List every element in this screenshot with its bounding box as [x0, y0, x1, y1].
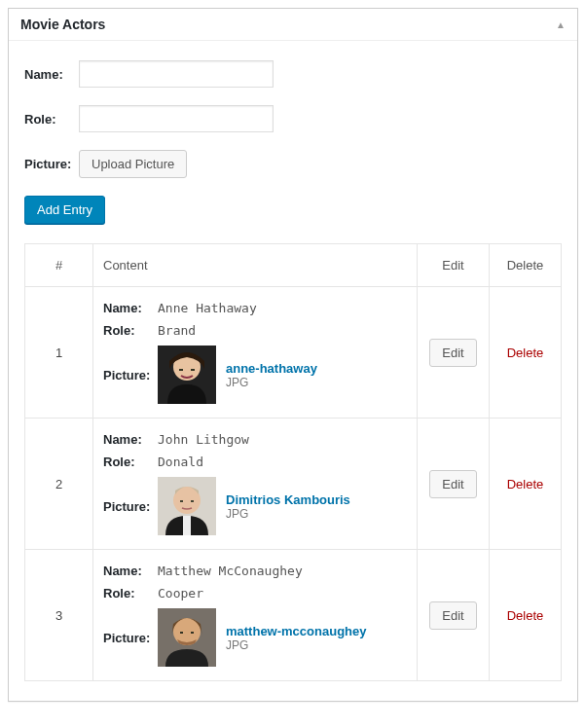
svg-rect-12 — [191, 632, 194, 634]
delete-link[interactable]: Delete — [507, 346, 544, 360]
row-num: 1 — [25, 287, 93, 419]
actor-thumbnail[interactable] — [158, 477, 216, 535]
cell-name-value: Matthew McConaughey — [158, 564, 303, 578]
movie-actors-panel: Movie Actors ▲ Name: Role: Picture: Uplo… — [8, 8, 578, 702]
delete-link[interactable]: Delete — [507, 608, 544, 623]
cell-role-label: Role: — [103, 323, 158, 338]
row-edit-cell: Edit — [418, 550, 490, 681]
row-num: 2 — [25, 419, 93, 550]
row-num: 3 — [25, 550, 93, 681]
table-row: 2 Name: John Lithgow Role: Donald Pictur… — [25, 419, 562, 550]
svg-rect-3 — [191, 369, 195, 371]
row-delete-cell: Delete — [490, 419, 562, 550]
name-label: Name: — [24, 67, 79, 82]
picture-link[interactable]: anne-hathaway — [226, 361, 317, 376]
cell-role-label: Role: — [103, 455, 158, 469]
form-row-picture: Picture: Upload Picture — [24, 150, 562, 178]
form-row-name: Name: — [24, 60, 562, 88]
picture-label: Picture: — [24, 157, 79, 171]
picture-block: anne-hathaway JPG — [158, 346, 317, 404]
row-edit-cell: Edit — [418, 287, 490, 419]
svg-rect-8 — [183, 516, 191, 535]
picture-block: Dimitrios Kambouris JPG — [158, 477, 350, 535]
actor-thumbnail[interactable] — [158, 346, 216, 404]
edit-button[interactable]: Edit — [429, 470, 476, 498]
col-header-edit: Edit — [418, 244, 490, 287]
col-header-num: # — [25, 244, 93, 287]
cell-name-label: Name: — [103, 432, 158, 447]
col-header-content: Content — [93, 244, 418, 287]
row-content: Name: John Lithgow Role: Donald Picture:… — [93, 419, 418, 550]
row-delete-cell: Delete — [490, 287, 562, 419]
row-delete-cell: Delete — [490, 550, 562, 681]
cell-name-label: Name: — [103, 564, 158, 578]
cell-role-value: Donald — [158, 455, 203, 469]
cell-picture-label: Picture: — [103, 499, 158, 514]
table-row: 3 Name: Matthew McConaughey Role: Cooper… — [25, 550, 562, 681]
row-edit-cell: Edit — [418, 419, 490, 550]
delete-link[interactable]: Delete — [507, 477, 544, 491]
panel-toggle-icon[interactable]: ▲ — [556, 19, 566, 30]
svg-rect-2 — [179, 369, 183, 371]
svg-rect-7 — [191, 500, 194, 502]
role-input[interactable] — [79, 105, 274, 132]
cell-role-value: Cooper — [158, 586, 203, 601]
cell-name-label: Name: — [103, 301, 158, 315]
table-row: 1 Name: Anne Hathaway Role: Brand Pictur… — [25, 287, 562, 419]
actors-table: # Content Edit Delete 1 Name: Anne Hatha… — [24, 243, 562, 681]
panel-title: Movie Actors — [20, 17, 105, 32]
edit-button[interactable]: Edit — [429, 339, 476, 367]
cell-picture-label: Picture: — [103, 631, 158, 645]
cell-name-value: John Lithgow — [158, 432, 249, 447]
cell-name-value: Anne Hathaway — [158, 301, 257, 315]
col-header-delete: Delete — [490, 244, 562, 287]
cell-picture-label: Picture: — [103, 368, 158, 382]
add-entry-row: Add Entry — [24, 196, 562, 224]
picture-filetype: JPG — [226, 376, 317, 389]
svg-rect-6 — [180, 500, 183, 502]
picture-link[interactable]: matthew-mcconaughey — [226, 624, 366, 638]
cell-role-label: Role: — [103, 586, 158, 601]
row-content: Name: Matthew McConaughey Role: Cooper P… — [93, 550, 418, 681]
add-entry-button[interactable]: Add Entry — [24, 196, 105, 224]
svg-rect-11 — [180, 632, 183, 634]
picture-block: matthew-mcconaughey JPG — [158, 608, 366, 667]
actor-thumbnail[interactable] — [158, 608, 216, 667]
edit-button[interactable]: Edit — [429, 601, 476, 630]
role-label: Role: — [24, 112, 79, 127]
cell-role-value: Brand — [158, 323, 196, 338]
row-content: Name: Anne Hathaway Role: Brand Picture:… — [93, 287, 418, 419]
panel-body: Name: Role: Picture: Upload Picture Add … — [9, 41, 577, 701]
picture-link[interactable]: Dimitrios Kambouris — [226, 492, 350, 507]
panel-header[interactable]: Movie Actors ▲ — [9, 9, 577, 41]
name-input[interactable] — [79, 60, 274, 88]
picture-filetype: JPG — [226, 638, 366, 652]
upload-picture-button[interactable]: Upload Picture — [79, 150, 187, 178]
form-row-role: Role: — [24, 105, 562, 132]
picture-filetype: JPG — [226, 507, 350, 521]
